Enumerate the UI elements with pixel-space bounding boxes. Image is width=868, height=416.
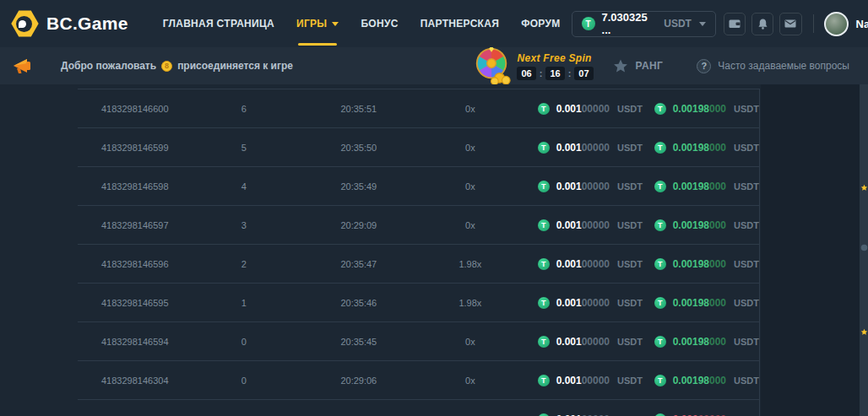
tether-icon: T xyxy=(538,297,550,309)
round-number: 5 xyxy=(209,143,279,153)
content-right-gap xyxy=(761,84,860,416)
bet-id: 4183298146594 xyxy=(78,337,209,347)
bet-time: 20:35:45 xyxy=(279,337,439,347)
bet-amount-group: T 0.00100000 USDT xyxy=(538,103,619,115)
rank-button[interactable]: РАНГ xyxy=(612,58,664,74)
profit-amount: 0.00198000 xyxy=(673,258,726,270)
profit-amount-group: T 0.00198000 USDT xyxy=(654,142,759,154)
bet-history-row[interactable]: 4183298146596 2 20:35:47 1.98x T 0.00100… xyxy=(78,245,759,284)
nav-item-games[interactable]: ИГРЫ xyxy=(296,0,339,47)
profit-amount-group: T 0.00198000 USDT xyxy=(654,219,759,231)
bet-time: 20:35:50 xyxy=(279,143,439,153)
bet-history-row[interactable]: 4183298146595 1 20:35:46 1.98x T 0.00100… xyxy=(78,284,759,322)
nav-item-bonus[interactable]: БОНУС xyxy=(361,0,398,47)
tether-icon: T xyxy=(654,336,666,348)
star-icon xyxy=(612,58,629,74)
messages-button[interactable] xyxy=(779,13,801,35)
bet-id: 4183298146595 xyxy=(78,298,209,308)
announcement-message: Добро пожаловать 8 присоединяется к игре xyxy=(61,60,293,72)
username[interactable]: Nashka xyxy=(856,18,868,30)
profit-currency: USDT xyxy=(734,220,759,230)
profit-currency: USDT xyxy=(734,181,759,192)
bet-history-row[interactable]: 4183298146594 0 20:35:45 0x T 0.00100000… xyxy=(78,322,759,361)
multiplier: 0x xyxy=(438,104,502,114)
profit-amount-group: T 0.00198000 USDT xyxy=(654,258,759,270)
nav-item-home[interactable]: ГЛАВНАЯ СТРАНИЦА xyxy=(163,0,274,47)
profit-amount: 0.00000000 xyxy=(673,413,726,416)
question-icon: ? xyxy=(697,59,711,73)
round-number: 0 xyxy=(209,375,279,386)
tether-icon: T xyxy=(538,103,550,115)
profit-amount: 0.00198000 xyxy=(673,219,726,231)
profit-amount: 0.00198000 xyxy=(673,181,726,192)
profit-amount: 0.00198000 xyxy=(673,103,726,115)
tether-icon: T xyxy=(654,297,666,309)
balance-selector[interactable]: T 7.030325 ... USDT xyxy=(572,11,716,37)
profit-amount-group: T 0.00198000 USDT xyxy=(654,297,759,309)
balance-amount: 7.030325 ... xyxy=(602,11,656,36)
main-navigation: ГЛАВНАЯ СТРАНИЦА ИГРЫ БОНУС ПАРТНЕРСКАЯ … xyxy=(152,0,572,47)
bet-amount: 0.00100000 xyxy=(556,103,610,115)
profit-amount: 0.00198000 xyxy=(673,142,726,154)
profit-amount: 0.00198000 xyxy=(673,297,726,309)
multiplier: 0x xyxy=(438,337,502,347)
tether-icon: T xyxy=(538,413,550,416)
bet-amount: 0.00100000 xyxy=(556,297,610,309)
bet-time: 20:35:51 xyxy=(279,104,439,114)
divider xyxy=(813,14,814,33)
chevron-down-icon xyxy=(332,22,339,26)
bet-amount-group: T 0.00100000 USDT xyxy=(538,181,619,192)
balance-currency: USDT xyxy=(664,18,692,30)
round-number: 3 xyxy=(209,220,279,230)
bet-history-row[interactable]: 4183298146600 6 20:35:51 0x T 0.00100000… xyxy=(78,89,759,128)
bet-id: 4183298146304 xyxy=(78,375,209,386)
faq-label: Часто задаваемые вопросы xyxy=(718,60,849,72)
bet-id: 4183298146598 xyxy=(78,181,209,192)
profit-currency: USDT xyxy=(734,104,759,114)
tether-icon: T xyxy=(582,17,595,30)
tether-icon: T xyxy=(538,258,550,270)
free-spin-wheel-icon[interactable] xyxy=(473,46,512,84)
bet-amount-group: T 0.00100000 USDT xyxy=(538,413,619,416)
chat-panel-edge[interactable] xyxy=(860,84,868,416)
bet-id: 4183298146600 xyxy=(78,104,209,114)
tether-icon: T xyxy=(538,142,550,154)
top-navbar: BC.Game ГЛАВНАЯ СТРАНИЦА ИГРЫ БОНУС ПАРТ… xyxy=(0,0,868,47)
free-spin-widget[interactable]: Next Free Spin 06 : 16 : 07 xyxy=(517,52,593,80)
tether-icon: T xyxy=(654,103,666,115)
tether-icon: T xyxy=(538,375,550,386)
bet-amount: 0.00100000 xyxy=(556,219,610,231)
bet-history-row[interactable]: 4183298146301 0 20:29:05 0x T 0.00100000… xyxy=(78,400,759,416)
bet-history-row[interactable]: 4183298146304 0 20:29:06 0x T 0.00100000… xyxy=(78,361,759,400)
wallet-button[interactable] xyxy=(724,13,746,35)
profit-amount-group: T 0.00198000 USDT xyxy=(654,375,759,386)
tether-icon: T xyxy=(538,181,550,192)
bet-amount-group: T 0.00100000 USDT xyxy=(538,258,619,270)
timer-seconds: 07 xyxy=(574,67,593,80)
bet-history-row[interactable]: 4183298146598 4 20:35:49 0x T 0.00100000… xyxy=(78,167,759,206)
bet-amount-group: T 0.00100000 USDT xyxy=(538,142,619,154)
bet-amount: 0.00100000 xyxy=(556,375,610,386)
bet-history-row[interactable]: 4183298146599 5 20:35:50 0x T 0.00100000… xyxy=(78,128,759,167)
profit-amount-group: T 0.00198000 USDT xyxy=(654,181,759,192)
faq-link[interactable]: ? Часто задаваемые вопросы xyxy=(697,59,849,73)
tether-icon: T xyxy=(538,219,550,231)
bet-time: 20:35:49 xyxy=(279,181,439,192)
notifications-button[interactable] xyxy=(751,13,773,35)
nav-item-forum[interactable]: ФОРУМ xyxy=(521,0,560,47)
megaphone-icon xyxy=(12,56,34,76)
bcgame-logo[interactable]: BC.Game xyxy=(11,10,128,38)
bet-amount: 0.00100000 xyxy=(556,336,610,348)
profit-amount-group: T 0.00198000 USDT xyxy=(654,336,759,348)
bet-history-row[interactable]: 4183298146597 3 20:29:09 0x T 0.00100000… xyxy=(78,206,759,245)
nav-item-affiliate[interactable]: ПАРТНЕРСКАЯ xyxy=(420,0,499,47)
main-content: 4183298146600 6 20:35:51 0x T 0.00100000… xyxy=(0,84,868,416)
bet-amount-group: T 0.00100000 USDT xyxy=(538,297,619,309)
avatar[interactable] xyxy=(824,12,849,36)
bet-time: 20:35:46 xyxy=(279,298,439,308)
tether-icon: T xyxy=(654,413,666,416)
multiplier: 0x xyxy=(438,220,502,230)
tether-icon: T xyxy=(654,181,666,192)
announcement-suffix: присоединяется к игре xyxy=(177,60,293,72)
timer-hours: 06 xyxy=(517,67,535,80)
